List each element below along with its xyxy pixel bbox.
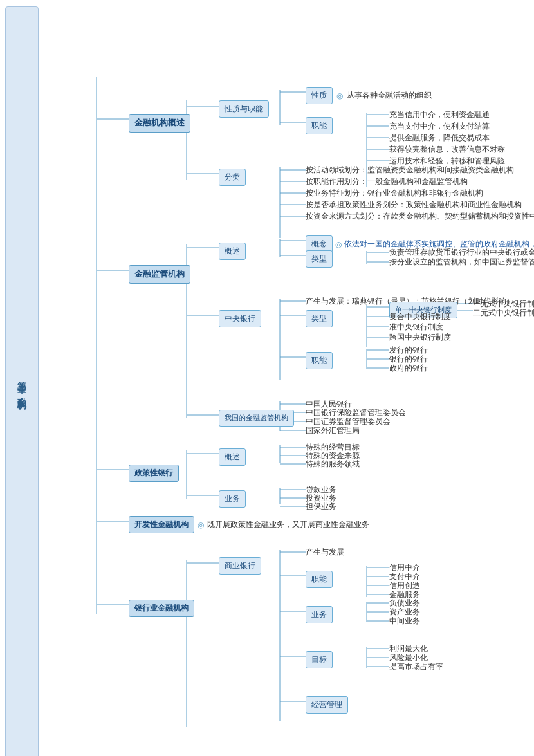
mubiao-sy-node: 目标 <box>306 651 333 668</box>
zhiying-sy-label: 职能 <box>306 571 333 588</box>
mindmap-area: 金融机构概述 性质与职能 性质 ◎ 从事各种金融活动的组织 职能 充当信用中介，… <box>39 0 534 756</box>
jingying-guanli-label: 经营管理 <box>306 696 348 714</box>
fenlei-item-2: 按职能作用划分：一般金融机构和金融监管机构 <box>306 176 468 187</box>
fenlei-item-3: 按业务特征划分：银行业金融机构和非银行金融机构 <box>306 188 483 199</box>
yinhangye-jrjg-node: 银行业金融机构 <box>129 600 194 617</box>
zhiying-sy-node: 职能 <box>306 571 333 588</box>
leixing-item-4: 跨国中央银行制度 <box>389 332 451 343</box>
leixing-gaisu-label: 类型 <box>306 250 333 268</box>
leixing-item-3: 准中央银行制度 <box>389 322 443 333</box>
jr-jianguan-label: 金融监管机构 <box>129 265 190 284</box>
xingzhi-content: 从事各种金融活动的组织 <box>347 90 432 101</box>
zhengce-yewu-item-3: 担保业务 <box>306 501 336 512</box>
zhiying-item-2: 充当支付中介，使利支付结算 <box>389 121 490 132</box>
zhengce-yewu-label: 业务 <box>219 490 246 508</box>
fenlei-item-1: 按活动领域划分：监管融资类金融机构和间接融资类金融机构 <box>306 165 514 176</box>
jrjg-gaisu-node: 金融机构概述 <box>129 114 190 133</box>
zhengce-gaisu-item-3: 特殊的服务领域 <box>306 459 360 470</box>
fenlei-label: 分类 <box>219 169 246 186</box>
gaisu-label: 概述 <box>219 243 246 260</box>
xingzhi-label: 性质 <box>306 87 333 104</box>
gaisu-node: 概述 <box>219 243 246 260</box>
page-container: 第三章 金融机构 <box>0 0 534 756</box>
zhengce-yinhang-label: 政策性银行 <box>129 465 179 482</box>
zhiying-node: 职能 <box>306 117 333 134</box>
woguo-jianguan-label: 我国的金融监管机构 <box>219 410 294 427</box>
xingzhi-node: 性质 ◎ 从事各种金融活动的组织 <box>306 87 432 104</box>
fenlei-item-4: 按是否承担政策性业务划分：政策性金融机构和商业性金融机构 <box>306 199 522 210</box>
chansheng-sy-row: 产生与发展 <box>306 547 344 558</box>
kaifaxing-content: 既开展政策性金融业务，又开展商业性金融业务 <box>207 519 369 530</box>
zhongyang-leixing-label: 类型 <box>306 310 333 327</box>
woguo-item-4: 国家外汇管理局 <box>306 425 360 436</box>
zhiying-label: 职能 <box>306 117 333 134</box>
chansheng-sy-content: 产生与发展 <box>306 547 344 558</box>
fenlei-node: 分类 <box>219 169 246 186</box>
woguo-jianguan-node: 我国的金融监管机构 <box>219 410 294 427</box>
zhongyang-yinhang-label: 中央银行 <box>219 310 261 327</box>
jrjg-gaisu-label: 金融机构概述 <box>129 114 190 133</box>
zhiying-cb-label: 职能 <box>306 352 333 369</box>
leixing-gaisu-item-2: 按分业设立的监管机构，如中国证券监督管理委员会 <box>389 257 534 268</box>
yinhangye-jrjg-label: 银行业金融机构 <box>129 600 194 617</box>
kaifaxing-jrjg-label: 开发性金融机构 <box>129 516 194 533</box>
zhongyang-yinhang-node: 中央银行 <box>219 310 261 327</box>
shangye-yinhang-label: 商业银行 <box>219 557 261 575</box>
zhiying-item-1: 充当信用中介，便利资金融通 <box>389 109 490 120</box>
zhiying-cb-item-3: 政府的银行 <box>389 363 428 374</box>
zhiying-cb-node: 职能 <box>306 352 333 369</box>
sidebar-title: 第三章 金融机构 <box>15 374 28 395</box>
leixing-item-2: 复合中央银行制度 <box>389 311 451 322</box>
fenlei-item-5: 按资金来源方式划分：存款类金融机构、契约型储蓄机构和投资性中介机构 <box>306 211 534 222</box>
shangye-yinhang-node: 商业银行 <box>219 557 261 575</box>
zhiying-item-3: 提供金融服务，降低交易成本 <box>389 133 490 143</box>
yewu-sy-label: 业务 <box>306 606 333 623</box>
sy-mubiao-item-3: 提高市场占有率 <box>389 661 443 672</box>
jr-jianguan-node: 金融监管机构 <box>129 265 190 284</box>
danyizhongyang-sub-2: 二元式中央银行制度（美） <box>473 308 534 318</box>
leixing-gaisu-node: 类型 <box>306 250 333 268</box>
sy-yewu-item-3: 中间业务 <box>389 616 420 627</box>
zhongyang-leixing-node: 类型 <box>306 310 333 327</box>
yewu-sy-node: 业务 <box>306 606 333 623</box>
xingzhi-yuneng-node: 性质与职能 <box>219 100 269 118</box>
zhengce-yewu-node: 业务 <box>219 490 246 508</box>
zhengce-gaisu-label: 概述 <box>219 448 246 466</box>
xingzhi-yuneng-label: 性质与职能 <box>219 100 269 118</box>
mubiao-sy-label: 目标 <box>306 651 333 668</box>
kaifaxing-jrjg-node: 开发性金融机构 ◎ 既开展政策性金融业务，又开展商业性金融业务 <box>129 516 369 533</box>
zhiying-item-4: 获得较完整信息，改善信息不对称 <box>389 144 505 155</box>
zhengce-yinhang-node: 政策性银行 <box>129 465 179 482</box>
zhengce-gaisu-node: 概述 <box>219 448 246 466</box>
jingying-guanli-node: 经营管理 <box>306 696 348 714</box>
sidebar-label: 第三章 金融机构 <box>5 6 39 756</box>
